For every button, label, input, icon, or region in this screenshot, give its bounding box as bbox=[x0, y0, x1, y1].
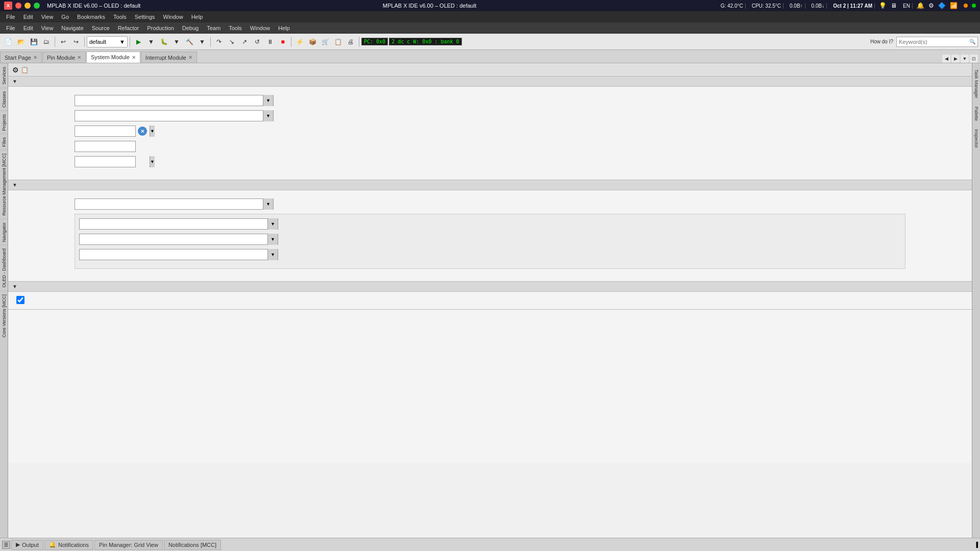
step-over-btn[interactable]: ↷ bbox=[213, 36, 225, 48]
section1-dropdown2[interactable]: ▼ bbox=[75, 110, 274, 121]
section1-text-input[interactable] bbox=[75, 141, 136, 152]
section1-small-dropdown[interactable]: ▼ bbox=[75, 126, 136, 137]
section1-bottom-input[interactable] bbox=[75, 157, 150, 167]
prog1-btn[interactable]: ⚡ bbox=[293, 36, 306, 48]
section2-sub-dropdown3[interactable]: ▼ bbox=[79, 249, 278, 260]
nav-production[interactable]: Production bbox=[143, 24, 178, 32]
section2-main-arrow[interactable]: ▼ bbox=[263, 198, 273, 210]
undo-btn[interactable]: ↩ bbox=[57, 36, 69, 48]
section1-dropdown1-arrow[interactable]: ▼ bbox=[263, 95, 273, 106]
nav-window[interactable]: Window bbox=[246, 24, 274, 32]
section-2-header[interactable]: ▼ bbox=[8, 180, 972, 190]
section2-sub2-input[interactable] bbox=[80, 234, 267, 244]
window-max-btn[interactable] bbox=[34, 3, 40, 9]
prog5-btn[interactable]: 🖨 bbox=[345, 36, 357, 48]
section2-sub3-input[interactable] bbox=[80, 249, 267, 260]
nav-team[interactable]: Team bbox=[203, 24, 225, 32]
section1-bottom-arrow[interactable]: ▼ bbox=[150, 156, 155, 167]
section2-sub3-arrow[interactable]: ▼ bbox=[267, 249, 278, 260]
run-btn[interactable]: ▶ bbox=[132, 36, 144, 48]
prog2-btn[interactable]: 📦 bbox=[306, 36, 318, 48]
window-close-btn[interactable] bbox=[15, 3, 21, 9]
sidebar-navigator[interactable]: Navigator bbox=[0, 219, 8, 245]
sidebar-oled-dashboard[interactable]: OLED - Dashboard bbox=[0, 245, 8, 291]
menu-window[interactable]: Window bbox=[159, 13, 187, 21]
section2-sub2-arrow[interactable]: ▼ bbox=[267, 234, 278, 245]
menu-view[interactable]: View bbox=[37, 13, 58, 21]
right-sidebar-inspector[interactable]: Inspector bbox=[973, 125, 980, 152]
section1-dropdown2-input[interactable] bbox=[75, 111, 263, 121]
step-out-btn[interactable]: ↗ bbox=[238, 36, 251, 48]
section2-sub-dropdown2[interactable]: ▼ bbox=[79, 234, 278, 245]
tab-interrupt-module[interactable]: Interrupt Module ✕ bbox=[141, 52, 197, 63]
status-tab-pin-manager[interactable]: Pin Manager: Grid View bbox=[94, 540, 163, 550]
tab-close-pin[interactable]: ✕ bbox=[77, 55, 81, 60]
step-into-btn[interactable]: ↘ bbox=[226, 36, 238, 48]
sidebar-projects[interactable]: Projects bbox=[0, 111, 8, 134]
tab-restore-btn[interactable]: ⊡ bbox=[970, 55, 978, 63]
menu-go[interactable]: Go bbox=[57, 13, 73, 21]
section3-checkbox[interactable] bbox=[16, 296, 24, 304]
section1-blue-btn[interactable]: ✕ bbox=[138, 127, 147, 136]
debug-arrow-btn[interactable]: ▼ bbox=[170, 36, 183, 48]
status-tab-notifications[interactable]: 🔔 Notifications bbox=[44, 540, 93, 550]
nav-source[interactable]: Source bbox=[88, 24, 114, 32]
open-btn[interactable]: 📂 bbox=[15, 36, 27, 48]
tab-close-interrupt[interactable]: ✕ bbox=[188, 55, 192, 60]
section1-small-arrow[interactable]: ▼ bbox=[150, 126, 155, 137]
nav-help[interactable]: Help bbox=[274, 24, 294, 32]
menu-help[interactable]: Help bbox=[187, 13, 207, 21]
nav-debug[interactable]: Debug bbox=[178, 24, 203, 32]
menu-tools[interactable]: Tools bbox=[109, 13, 131, 21]
clean-btn[interactable]: ▼ bbox=[196, 36, 208, 48]
nav-view[interactable]: View bbox=[37, 24, 58, 32]
menu-bookmarks[interactable]: Bookmarks bbox=[73, 13, 109, 21]
status-tab-notifications-mcc[interactable]: Notifications [MCC] bbox=[164, 540, 221, 550]
project-dropdown[interactable]: default ▼ bbox=[87, 36, 128, 47]
panel-gear-icon[interactable]: ⚙ bbox=[12, 66, 19, 74]
tab-system-module[interactable]: System Module ✕ bbox=[86, 52, 140, 63]
tab-list-btn[interactable]: ▼ bbox=[961, 55, 969, 63]
tab-scroll-right[interactable]: ▶ bbox=[951, 55, 960, 63]
prog4-btn[interactable]: 📋 bbox=[332, 36, 344, 48]
sidebar-core-versions[interactable]: Core Versions [MCC] bbox=[0, 291, 8, 341]
tab-pin-module[interactable]: Pin Module ✕ bbox=[42, 52, 86, 63]
sidebar-files[interactable]: Files bbox=[0, 134, 8, 150]
tab-close-system[interactable]: ✕ bbox=[132, 55, 136, 60]
window-min-btn[interactable] bbox=[24, 3, 31, 9]
search-box[interactable]: 🔍 bbox=[896, 37, 978, 47]
section2-sub-dropdown1[interactable]: ▼ bbox=[79, 218, 278, 230]
save-all-btn[interactable]: 🗂 bbox=[40, 36, 53, 48]
search-input[interactable] bbox=[899, 39, 969, 45]
panel-doc-icon[interactable]: 📋 bbox=[21, 66, 29, 73]
right-sidebar-task-manager[interactable]: Task Manager bbox=[973, 65, 980, 103]
settings-icon[interactable]: ⚙ bbox=[928, 2, 934, 9]
tab-start-page[interactable]: Start Page ✕ bbox=[0, 52, 42, 63]
section1-dropdown2-arrow[interactable]: ▼ bbox=[263, 110, 273, 121]
sidebar-classes[interactable]: Classes bbox=[0, 88, 8, 111]
section1-dropdown1[interactable]: ▼ bbox=[75, 95, 274, 106]
section1-bottom-dropdown[interactable]: ▼ bbox=[75, 156, 136, 167]
pause-btn[interactable]: ⏸ bbox=[264, 36, 276, 48]
debug-btn[interactable]: 🐛 bbox=[158, 36, 170, 48]
nav-tools[interactable]: Tools bbox=[225, 24, 246, 32]
tab-close-start[interactable]: ✕ bbox=[33, 55, 37, 60]
run-with-arrow-btn[interactable]: ▼ bbox=[145, 36, 157, 48]
section2-sub1-arrow[interactable]: ▼ bbox=[267, 218, 278, 230]
save-btn[interactable]: 💾 bbox=[28, 36, 40, 48]
section2-sub1-input[interactable] bbox=[80, 219, 267, 229]
clean-build-btn[interactable]: 🔨 bbox=[183, 36, 195, 48]
section2-main-input[interactable] bbox=[75, 199, 263, 209]
nav-edit[interactable]: Edit bbox=[19, 24, 37, 32]
nav-navigate[interactable]: Navigate bbox=[57, 24, 87, 32]
right-sidebar-palette[interactable]: Palette bbox=[973, 103, 980, 125]
menu-file[interactable]: File bbox=[2, 13, 19, 21]
sidebar-services[interactable]: Services bbox=[0, 63, 8, 88]
status-toggle-btn[interactable]: ☰ bbox=[2, 541, 10, 549]
section-1-header[interactable]: ▼ bbox=[8, 77, 972, 87]
section-3-header[interactable]: ▼ bbox=[8, 282, 972, 292]
nav-file[interactable]: File bbox=[2, 24, 19, 32]
tab-scroll-left[interactable]: ◀ bbox=[942, 55, 950, 63]
notification-icon[interactable]: 🔔 bbox=[917, 2, 924, 9]
redo-btn[interactable]: ↪ bbox=[70, 36, 82, 48]
